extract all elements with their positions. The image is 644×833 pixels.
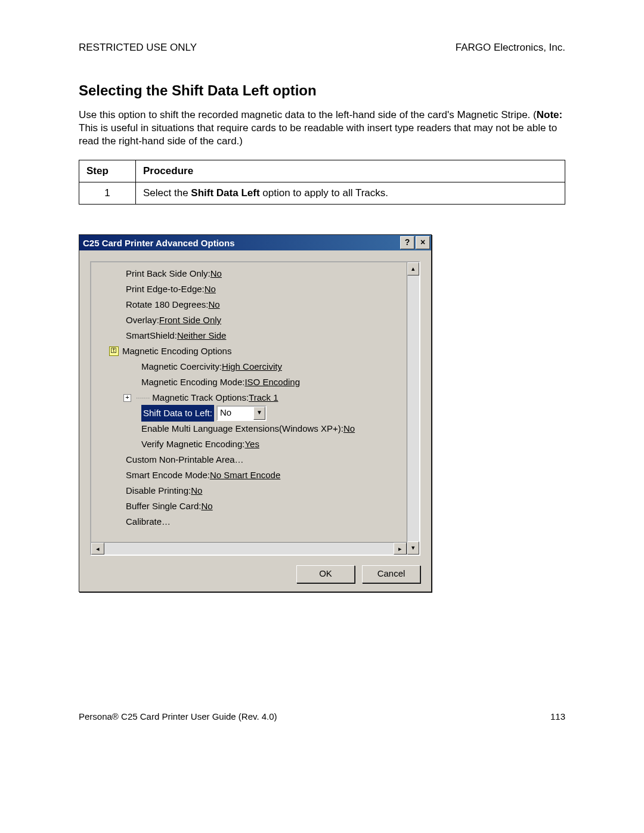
proc-bold: Shift Data Left bbox=[191, 187, 259, 199]
coercivity-label: Magnetic Coercivity: bbox=[141, 359, 222, 374]
disable-print-label: Disable Printing: bbox=[126, 483, 191, 498]
step-header: Step bbox=[79, 160, 136, 182]
hscroll-track[interactable] bbox=[104, 543, 394, 555]
dialog-title: C25 Card Printer Advanced Options bbox=[83, 238, 400, 248]
close-button[interactable]: × bbox=[416, 236, 430, 249]
rotate-value: No bbox=[208, 297, 219, 312]
intro-post: This is useful in situations that requir… bbox=[79, 122, 557, 147]
buffer-value: No bbox=[201, 498, 212, 514]
opt-buffer[interactable]: Buffer Single Card: No bbox=[91, 498, 407, 514]
opt-disable-printing[interactable]: Disable Printing: No bbox=[91, 483, 407, 498]
vscroll-track[interactable] bbox=[407, 275, 419, 541]
step-table: Step Procedure 1 Select the Shift Data L… bbox=[79, 160, 565, 205]
multi-lang-label: Enable Multi Language Extensions(Windows… bbox=[141, 421, 343, 436]
opt-encoding-mode[interactable]: Magnetic Encoding Mode: ISO Encoding bbox=[91, 374, 407, 390]
advanced-options-dialog: C25 Card Printer Advanced Options ? × Pr… bbox=[79, 234, 432, 592]
encoding-mode-label: Magnetic Encoding Mode: bbox=[141, 374, 244, 390]
proc-post: option to apply to all Tracks. bbox=[260, 187, 388, 199]
opt-verify[interactable]: Verify Magnetic Encoding: Yes bbox=[91, 436, 407, 452]
intro-text: Use this option to shift the recorded ma… bbox=[79, 109, 565, 148]
opt-shift-data[interactable]: Shift Data to Left: No ▼ bbox=[91, 405, 407, 421]
buffer-label: Buffer Single Card: bbox=[126, 498, 201, 514]
print-back-value: No bbox=[210, 266, 222, 281]
custom-area-label: Custom Non-Printable Area… bbox=[126, 452, 244, 467]
options-tree[interactable]: Print Back Side Only: No Print Edge-to-E… bbox=[91, 262, 407, 542]
print-edge-label: Print Edge-to-Edge: bbox=[126, 281, 205, 297]
opt-rotate[interactable]: Rotate 180 Degrees: No bbox=[91, 297, 407, 312]
opt-smartshield[interactable]: SmartShield: Neither Side bbox=[91, 328, 407, 343]
scroll-right-icon[interactable]: ▸ bbox=[394, 543, 407, 555]
header-left: RESTRICTED USE ONLY bbox=[79, 42, 197, 54]
opt-calibrate[interactable]: Calibrate… bbox=[91, 514, 407, 529]
opt-overlay[interactable]: Overlay: Front Side Only bbox=[91, 312, 407, 328]
opt-print-back[interactable]: Print Back Side Only: No bbox=[91, 266, 407, 281]
page-number: 113 bbox=[550, 711, 565, 721]
multi-lang-value: No bbox=[343, 421, 355, 436]
chevron-down-icon[interactable]: ▼ bbox=[253, 407, 265, 420]
opt-mag-options[interactable]: ⚿ Magnetic Encoding Options bbox=[91, 343, 407, 359]
disable-print-value: No bbox=[191, 483, 202, 498]
opt-smart-encode[interactable]: Smart Encode Mode: No Smart Encode bbox=[91, 467, 407, 483]
dialog-titlebar[interactable]: C25 Card Printer Advanced Options ? × bbox=[79, 235, 431, 250]
tree-dots: ······· bbox=[136, 390, 150, 405]
page-title: Selecting the Shift Data Left option bbox=[79, 82, 565, 99]
cancel-button[interactable]: Cancel bbox=[362, 565, 420, 583]
ok-button[interactable]: OK bbox=[296, 565, 355, 583]
shift-data-selected: Shift Data to Left: bbox=[141, 405, 214, 422]
intro-note-label: Note: bbox=[537, 109, 562, 120]
step-number: 1 bbox=[79, 182, 136, 205]
calibrate-label: Calibrate… bbox=[126, 514, 171, 529]
lock-icon: ⚿ bbox=[109, 346, 119, 356]
opt-multi-lang[interactable]: Enable Multi Language Extensions(Windows… bbox=[91, 421, 407, 436]
shift-label: Shift Data to Left: bbox=[143, 408, 212, 418]
track-label: Magnetic Track Options: bbox=[152, 390, 249, 405]
overlay-label: Overlay: bbox=[126, 312, 159, 328]
verify-label: Verify Magnetic Encoding: bbox=[141, 436, 244, 452]
expand-icon[interactable]: + bbox=[123, 394, 131, 402]
smartshield-label: SmartShield: bbox=[126, 328, 177, 343]
opt-track-options[interactable]: + ······· Magnetic Track Options: Track … bbox=[91, 390, 407, 405]
rotate-label: Rotate 180 Degrees: bbox=[126, 297, 208, 312]
mag-options-label: Magnetic Encoding Options bbox=[122, 343, 231, 359]
opt-print-edge[interactable]: Print Edge-to-Edge: No bbox=[91, 281, 407, 297]
header-right: FARGO Electronics, Inc. bbox=[456, 42, 565, 54]
combo-value: No bbox=[218, 407, 253, 420]
procedure-header: Procedure bbox=[136, 160, 565, 182]
smart-encode-label: Smart Encode Mode: bbox=[126, 467, 210, 483]
verify-value: Yes bbox=[244, 436, 259, 452]
horizontal-scrollbar[interactable]: ◂ ▸ bbox=[91, 542, 407, 555]
step-procedure: Select the Shift Data Left option to app… bbox=[136, 182, 565, 205]
shift-data-combo[interactable]: No ▼ bbox=[216, 405, 267, 421]
help-button[interactable]: ? bbox=[400, 236, 414, 249]
track-value: Track 1 bbox=[249, 390, 278, 405]
overlay-value: Front Side Only bbox=[159, 312, 221, 328]
print-edge-value: No bbox=[205, 281, 216, 297]
print-back-label: Print Back Side Only: bbox=[126, 266, 210, 281]
opt-coercivity[interactable]: Magnetic Coercivity: High Coercivity bbox=[91, 359, 407, 374]
proc-pre: Select the bbox=[143, 187, 191, 199]
footer-left: Persona® C25 Card Printer User Guide (Re… bbox=[79, 711, 277, 721]
smart-encode-value: No Smart Encode bbox=[210, 467, 280, 483]
opt-custom-area[interactable]: Custom Non-Printable Area… bbox=[91, 452, 407, 467]
scroll-left-icon[interactable]: ◂ bbox=[91, 543, 104, 555]
options-tree-wrap: Print Back Side Only: No Print Edge-to-E… bbox=[90, 261, 420, 556]
intro-pre: Use this option to shift the recorded ma… bbox=[79, 109, 537, 120]
vertical-scrollbar[interactable]: ▴ ▾ bbox=[407, 262, 419, 555]
smartshield-value: Neither Side bbox=[177, 328, 227, 343]
scroll-up-icon[interactable]: ▴ bbox=[407, 262, 419, 275]
encoding-mode-value: ISO Encoding bbox=[244, 374, 300, 390]
scroll-down-icon[interactable]: ▾ bbox=[407, 541, 419, 555]
coercivity-value: High Coercivity bbox=[222, 359, 282, 374]
